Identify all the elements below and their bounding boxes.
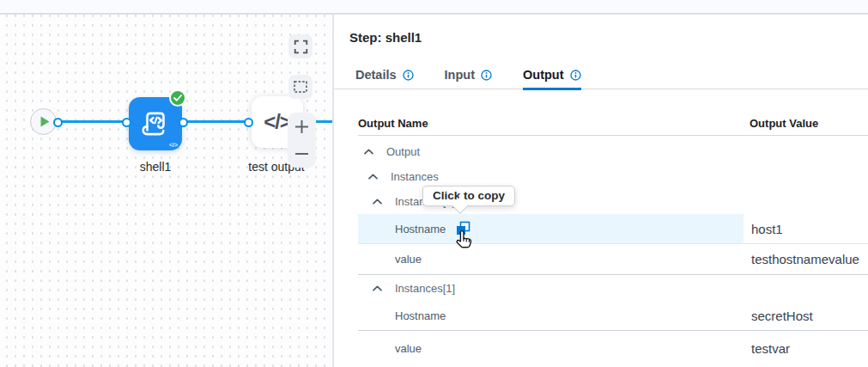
top-strip xyxy=(0,0,868,15)
tab-label: Output xyxy=(523,69,564,81)
tree-label: Output xyxy=(386,145,420,158)
tree-row-output[interactable]: Output xyxy=(358,139,868,164)
table-row-value-0: value testhostnamevalue xyxy=(358,244,868,275)
column-header-output-name: Output Name xyxy=(358,117,744,130)
play-icon xyxy=(40,116,50,127)
table-body: Output Instances Instances[0] Hostname xyxy=(358,136,868,366)
test-output-in-port[interactable] xyxy=(244,118,253,127)
shell-script-icon xyxy=(139,108,172,139)
tab-input[interactable]: Input xyxy=(445,69,492,90)
table-header: Output Name Output Value xyxy=(358,117,868,136)
copy-icon[interactable] xyxy=(456,221,470,238)
marquee-select-button[interactable] xyxy=(288,75,313,99)
marquee-select-icon xyxy=(294,81,307,93)
zoom-in-button[interactable] xyxy=(288,113,316,140)
tree-label: Instances xyxy=(391,170,439,183)
output-name-cell: value xyxy=(358,331,744,366)
table-row-hostname-1: Hostname secretHost xyxy=(358,302,868,331)
fullscreen-button[interactable] xyxy=(288,34,313,58)
output-table: Output Name Output Value Output Instance… xyxy=(358,117,868,366)
output-name: Hostname xyxy=(395,223,446,235)
node-shell1[interactable]: </> xyxy=(129,97,182,150)
tab-bar: Details Input Output xyxy=(334,69,868,89)
tooltip-text: Click to copy xyxy=(433,189,505,202)
check-icon xyxy=(173,95,182,101)
info-icon[interactable] xyxy=(570,70,581,81)
node-label-shell1: shell1 xyxy=(104,160,207,174)
output-name: Hostname xyxy=(395,309,446,322)
output-value: testvar xyxy=(744,341,868,356)
chevron-up-icon[interactable] xyxy=(364,149,373,155)
output-value: secretHost xyxy=(744,309,868,323)
start-out-port[interactable] xyxy=(53,118,63,127)
tree-label: Instances[1] xyxy=(395,282,455,295)
tree-row-instances-1[interactable]: Instances[1] xyxy=(358,275,868,302)
output-value: host1 xyxy=(744,222,868,236)
tab-output[interactable]: Output xyxy=(523,69,581,90)
column-header-output-value: Output Value xyxy=(744,117,868,130)
table-row-hostname-0: Hostname host1 xyxy=(358,214,868,244)
info-icon[interactable] xyxy=(403,70,414,81)
output-name-cell: value xyxy=(358,244,744,274)
shell1-in-port[interactable] xyxy=(122,118,131,127)
page-title: Step: shell1 xyxy=(349,30,868,46)
output-name: value xyxy=(395,253,422,266)
tab-label: Details xyxy=(355,69,397,81)
zoom-controls xyxy=(288,113,316,168)
chevron-up-icon[interactable] xyxy=(373,285,382,291)
table-row-value-1: value testvar xyxy=(358,331,868,366)
plus-icon xyxy=(294,119,309,134)
chevron-up-icon[interactable] xyxy=(368,174,378,180)
output-name-cell: Hostname xyxy=(358,214,744,243)
zoom-out-button[interactable] xyxy=(288,140,316,168)
tab-label: Input xyxy=(445,69,475,81)
output-name-cell: Hostname xyxy=(358,302,744,330)
info-icon[interactable] xyxy=(481,70,492,81)
output-name: value xyxy=(395,342,422,355)
chevron-up-icon[interactable] xyxy=(373,199,382,205)
fullscreen-icon xyxy=(294,40,308,54)
success-badge xyxy=(169,89,186,107)
minus-icon xyxy=(294,152,309,156)
copy-tooltip: Click to copy xyxy=(422,186,515,206)
code-glyph: </> xyxy=(169,142,178,148)
pipeline-canvas[interactable]: </> shell1 </> test output xyxy=(0,15,332,367)
shell1-out-port[interactable] xyxy=(179,118,188,127)
step-details-panel: Step: shell1 Details Input Output xyxy=(332,15,868,367)
output-value: testhostnamevalue xyxy=(744,252,868,266)
tab-details[interactable]: Details xyxy=(355,69,414,90)
